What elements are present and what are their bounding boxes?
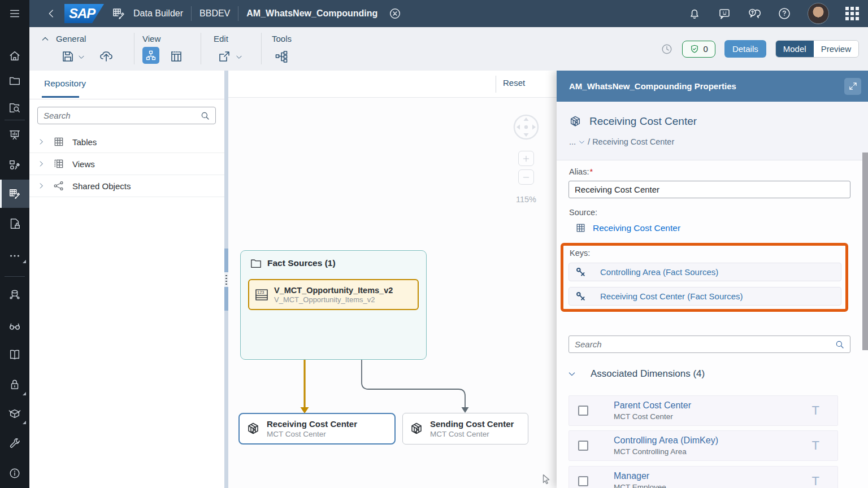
collapse-toolbar-icon[interactable] (41, 34, 50, 43)
source-row[interactable]: Receiving Cost Center (575, 223, 680, 233)
content-network-book-icon[interactable] (8, 348, 21, 361)
chevron-right-icon[interactable] (37, 160, 45, 168)
back-icon[interactable] (46, 8, 57, 19)
edit-dropdown-chevron-icon[interactable] (235, 53, 243, 61)
tree-item-tables[interactable]: Tables (29, 131, 224, 153)
properties-form: Alias:* Source: Receiving Cost Center Ke… (557, 160, 868, 488)
node-receiving-cost-center[interactable]: Receiving Cost Center MCT Cost Center (238, 413, 396, 445)
repository-explorer-icon[interactable] (8, 102, 21, 114)
chevron-down-icon[interactable] (567, 369, 576, 378)
folder-icon[interactable] (8, 75, 21, 87)
dimension-title[interactable]: Manager (614, 470, 812, 482)
details-button[interactable]: Details (724, 40, 766, 58)
chevron-down-icon[interactable] (578, 138, 585, 146)
user-avatar[interactable] (808, 3, 829, 24)
repository-tab[interactable]: Repository (44, 79, 86, 89)
node-subtitle: MCT Cost Center (430, 430, 514, 439)
fact-sources-group[interactable]: Fact Sources (1) 123 V_MCT_Opportunity_I… (240, 250, 427, 360)
configuration-wrench-icon[interactable] (8, 438, 21, 450)
dimension-checkbox[interactable] (578, 476, 588, 486)
model-toggle-active[interactable]: Model (776, 41, 814, 57)
fact-source-node[interactable]: 123 V_MCT_Opportunity_Items_v2 V_MCT_Opp… (248, 279, 419, 310)
data-builder-app-icon (112, 7, 125, 20)
panel-splitter[interactable] (224, 71, 228, 488)
dimension-title[interactable]: Parent Cost Center (614, 400, 812, 412)
deploy-upload-icon[interactable] (99, 50, 113, 63)
side-navigation-rail (0, 0, 29, 488)
impact-lineage-icon[interactable] (275, 50, 288, 63)
node-title: Receiving Cost Center (267, 419, 357, 430)
save-dropdown-chevron-icon[interactable] (77, 53, 85, 61)
alias-input[interactable] (568, 181, 850, 198)
security-lock-icon[interactable] (8, 378, 21, 391)
node-sending-cost-center[interactable]: Sending Cost Center MCT Cost Center (402, 413, 528, 445)
data-viewer-glasses-icon[interactable] (8, 320, 21, 332)
save-icon[interactable] (61, 50, 75, 63)
space-name[interactable]: BBDEV (199, 8, 230, 19)
dimension-row[interactable]: Parent Cost Center MCT Cost Center T (568, 395, 838, 426)
dimension-checkbox[interactable] (578, 406, 588, 416)
toolbar-separator (261, 33, 262, 64)
close-tab-icon[interactable] (389, 7, 401, 20)
splitter-grip[interactable] (224, 272, 228, 287)
tree-item-shared-objects[interactable]: Shared Objects (29, 175, 224, 197)
repository-search-input[interactable] (38, 111, 200, 120)
app-title[interactable]: Data Builder (133, 8, 183, 19)
business-builder-icon[interactable] (8, 159, 21, 171)
open-object-tab-title[interactable]: AM_WhatsNew_Compounding (246, 8, 377, 19)
story-board-icon[interactable] (8, 129, 21, 141)
share-export-icon[interactable] (218, 50, 231, 63)
home-icon[interactable] (8, 50, 21, 62)
menu-icon[interactable] (8, 7, 21, 20)
dimension-row[interactable]: Manager MCT Employee T (568, 466, 838, 488)
repository-tab-underline (42, 96, 79, 98)
selected-object-header: Receiving Cost Center ... / Receiving Co… (557, 102, 868, 160)
fact-sources-title: Fact Sources (1) (267, 258, 336, 268)
toolbar-separator (201, 33, 201, 64)
zoom-out-button[interactable] (518, 169, 534, 185)
gray-arrowhead (462, 407, 469, 413)
notifications-bell-icon[interactable] (688, 7, 701, 20)
history-clock-icon[interactable] (661, 43, 673, 55)
reset-button[interactable]: Reset (503, 78, 525, 88)
chevron-right-icon[interactable] (37, 182, 45, 190)
dimension-checkbox[interactable] (578, 441, 588, 451)
feedback-chat-icon[interactable] (718, 7, 731, 20)
preview-toggle[interactable]: Preview (814, 41, 858, 57)
tree-item-label: Shared Objects (72, 181, 131, 191)
expand-panel-button[interactable] (844, 78, 861, 95)
table-view-icon[interactable] (170, 50, 183, 63)
more-icon[interactable] (8, 250, 21, 262)
info-icon[interactable] (8, 467, 21, 480)
data-integration-monitor-icon[interactable] (8, 288, 21, 300)
breadcrumb-ellipsis[interactable]: ... (569, 137, 576, 146)
help-icon[interactable] (778, 7, 791, 20)
graph-view-button-active[interactable] (142, 47, 159, 64)
search-icon[interactable] (200, 111, 210, 121)
key-row[interactable]: Receiving Cost Center (Fact Sources) (568, 287, 841, 306)
shell-header-left: SAP Data Builder BBDEV AM_WhatsNew_Compo… (29, 4, 401, 23)
pan-control[interactable] (513, 114, 540, 141)
rail-item-data-builder-selected[interactable] (0, 180, 29, 208)
dimension-row[interactable]: Controlling Area (DimKey) MCT Controllin… (568, 430, 838, 461)
dimensions-search-input[interactable] (569, 339, 835, 349)
zoom-in-button[interactable] (518, 151, 534, 166)
plus-icon (522, 154, 531, 163)
shell-header: SAP Data Builder BBDEV AM_WhatsNew_Compo… (29, 0, 868, 27)
panel-scrollbar[interactable] (862, 152, 868, 350)
security-expand-triangle (23, 392, 26, 395)
product-switcher-grid-icon[interactable] (845, 7, 859, 20)
toolbar-section-view: View (142, 34, 160, 43)
transport-box-icon[interactable] (8, 407, 21, 420)
key-row[interactable]: Controlling Area (Fact Sources) (568, 263, 841, 281)
tables-icon (53, 136, 64, 147)
qa-bubbles-icon[interactable] (748, 7, 761, 20)
source-link[interactable]: Receiving Cost Center (593, 223, 680, 233)
tree-item-views[interactable]: Views (29, 153, 224, 175)
validation-status-badge[interactable]: 0 (682, 41, 715, 58)
dimension-title[interactable]: Controlling Area (DimKey) (614, 435, 812, 447)
chevron-right-icon[interactable] (37, 138, 45, 146)
key-icon (575, 267, 587, 278)
search-icon[interactable] (835, 339, 845, 350)
document-lock-icon[interactable] (8, 217, 21, 230)
